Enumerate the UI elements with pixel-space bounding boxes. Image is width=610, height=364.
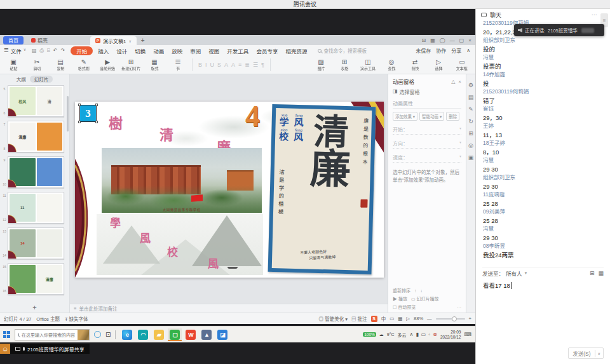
undo-icon[interactable]: ↶: [53, 48, 58, 54]
caret-down-icon[interactable]: ▼: [524, 271, 528, 275]
tray-icon-4[interactable]: ⊗: [433, 332, 437, 337]
wps-docer-tab[interactable]: 稻壳: [25, 37, 53, 44]
toolbar-button-表格[interactable]: ⊞表格: [334, 59, 355, 71]
side-tool-icon-5[interactable]: ◎: [468, 142, 473, 149]
image-icon[interactable]: ▦: [598, 270, 604, 276]
taskbar-clock[interactable]: 20:09 2022/10/12: [440, 330, 461, 340]
selection-handle[interactable]: [95, 104, 98, 106]
slide-thumbnail-6[interactable]: 1516清廉: [1, 263, 64, 295]
zoom-knob[interactable]: [452, 316, 457, 321]
play-view-icon[interactable]: ▷: [406, 316, 410, 321]
ribbon-tab-9[interactable]: 会员专享: [252, 46, 281, 55]
weather-temp[interactable]: 9°C: [387, 332, 395, 337]
more-icon[interactable]: ···: [457, 305, 461, 309]
toolbar-button-查找[interactable]: ◎查找: [381, 59, 402, 71]
avatar[interactable]: ◯: [440, 37, 445, 43]
up-icon[interactable]: ↑: [414, 288, 417, 293]
tray-icon-0[interactable]: ∧: [410, 332, 414, 337]
slide-thumbnail-5[interactable]: 131414: [1, 227, 64, 259]
chat-message-list[interactable]: 2152030119何莉娟20，21,22,23组织部刘卫东投的冯慧投票的14乔…: [483, 19, 600, 263]
weather-desc[interactable]: 多云: [398, 332, 407, 338]
anim-field-开始：[interactable]: 开始：: [393, 126, 461, 135]
print-icon[interactable]: ⎙: [40, 48, 44, 54]
s-assistant-icon[interactable]: S: [371, 316, 377, 322]
select-pane-link[interactable]: ◨ 选择窗格: [393, 88, 461, 95]
tray-icon-1[interactable]: ▮: [416, 332, 418, 337]
toolbar-button-演示工具[interactable]: ◫演示工具: [357, 59, 379, 71]
tray-icon-2[interactable]: ▭: [421, 332, 426, 337]
taskbar-search[interactable]: 在这里输入你要搜索的内容: [15, 329, 90, 340]
layout-icon[interactable]: ⊡: [422, 37, 426, 43]
side-tool-icon-3[interactable]: ↻: [468, 118, 473, 125]
normal-view-icon[interactable]: ▭: [390, 316, 394, 321]
anim-field-速度：[interactable]: 速度：: [393, 154, 461, 163]
current-slide[interactable]: 3 樹 清 廉 4: [75, 102, 384, 278]
add-slide-button[interactable]: +: [0, 304, 69, 311]
minimize-button[interactable]: —: [450, 37, 455, 43]
send-options-caret[interactable]: ∨: [595, 350, 603, 357]
wps-document-tab[interactable]: P 演示文稿1 ∨: [90, 36, 137, 45]
taskbar-app-mail-icon[interactable]: ▲: [200, 328, 214, 341]
comment-button[interactable]: ▤ 批注: [351, 315, 367, 322]
toolbar-button-选择[interactable]: ▷选择: [428, 59, 449, 71]
share-button[interactable]: 分享: [451, 47, 461, 54]
slide-thumbnail-3[interactable]: 910: [1, 156, 64, 188]
apps-grid-icon[interactable]: ▦: [430, 37, 435, 43]
taskbar-app-wps-icon[interactable]: W: [184, 328, 198, 341]
outline-tab[interactable]: 大纲: [17, 76, 26, 83]
language-indicator[interactable]: 中: [381, 315, 386, 322]
tray-icon-3[interactable]: ◦: [428, 332, 430, 337]
anim-button-删除[interactable]: 删除: [446, 112, 459, 121]
file-menu[interactable]: ☰ 文件 ∨: [4, 47, 26, 55]
slide-thumbnail-1[interactable]: 56校风清: [1, 85, 64, 117]
toolbar-button-新建幻灯片[interactable]: ⊞新建幻灯片: [120, 59, 142, 71]
wps-home-tab[interactable]: 首页: [3, 36, 24, 44]
zoom-in-button[interactable]: +: [469, 316, 471, 321]
slide-thumbnail-4[interactable]: 111211: [1, 192, 64, 224]
ribbon-tab-7[interactable]: 视图: [205, 46, 223, 55]
slides-tab[interactable]: 幻灯片: [30, 76, 53, 83]
send-button[interactable]: 发送(S) ∨: [568, 347, 604, 359]
selection-handle[interactable]: [95, 121, 98, 123]
ribbon-tab-6[interactable]: 审阅: [186, 46, 205, 55]
redo-icon[interactable]: ↷: [61, 48, 65, 54]
side-tool-icon-1[interactable]: ▤: [468, 94, 474, 100]
screenshot-icon[interactable]: ⊞: [590, 270, 595, 276]
toolbar-button-复制[interactable]: ▤复制: [50, 59, 71, 71]
toolbar-button-当前开始[interactable]: ▶当前开始: [97, 59, 118, 71]
save-icon[interactable]: ▤: [32, 48, 37, 54]
toolbar-button-版式[interactable]: ▦版式: [144, 59, 165, 71]
new-tab-button[interactable]: +: [137, 37, 149, 44]
cortana-icon[interactable]: [94, 331, 101, 338]
anim-field-方向：[interactable]: 方向：: [393, 140, 461, 149]
beautify-button[interactable]: ◎ 智能美化 ▾: [319, 315, 348, 322]
anim-button-添加效果 ▾[interactable]: 添加效果 ▾: [393, 112, 417, 121]
zoom-out-button[interactable]: —: [427, 316, 432, 321]
notes-bar[interactable]: ≡ 单击此处添加备注: [70, 304, 388, 313]
theme-label[interactable]: Office 主题: [36, 315, 60, 322]
toolbar-button-图片[interactable]: ▨图片: [310, 59, 332, 71]
side-tool-icon-6[interactable]: ▣: [468, 154, 474, 161]
toolbar-button-格式刷[interactable]: ✎格式刷: [73, 59, 95, 71]
close-pane-icon[interactable]: ×: [458, 79, 461, 84]
keyboard-icon[interactable]: ⌨: [464, 332, 471, 337]
thumbnail-scrollbar[interactable]: [67, 96, 69, 131]
taskbar-app-meeting-icon[interactable]: ▢: [168, 328, 182, 341]
down-icon[interactable]: ↓: [421, 288, 423, 293]
slideshow-button[interactable]: ▭ 幻灯片播放: [411, 295, 439, 302]
toolbar-button-剪切[interactable]: ✂剪切: [26, 59, 48, 71]
auto-preview-checkbox[interactable]: ☐ 自动预览: [393, 304, 416, 310]
toolbar-button-替换[interactable]: ⇄替换: [404, 59, 426, 71]
ribbon-tab-0[interactable]: 开始: [71, 46, 93, 55]
collab-button[interactable]: 协作: [436, 47, 446, 54]
anim-button-智能动画 ▾[interactable]: 智能动画 ▾: [419, 112, 444, 121]
chat-input[interactable]: 看看17 18: [483, 281, 512, 290]
close-button[interactable]: ×: [468, 37, 471, 43]
zoom-slider[interactable]: [436, 318, 465, 320]
selection-handle[interactable]: [78, 104, 81, 106]
toolbar-button-粘贴[interactable]: ▣粘贴: [3, 59, 24, 71]
ribbon-tab-8[interactable]: 开发工具: [223, 46, 252, 55]
side-tool-icon-4[interactable]: ⊞: [468, 130, 473, 137]
play-button[interactable]: ▶ 播放: [393, 295, 407, 302]
ribbon-tab-10[interactable]: 稻壳资源: [281, 46, 311, 55]
